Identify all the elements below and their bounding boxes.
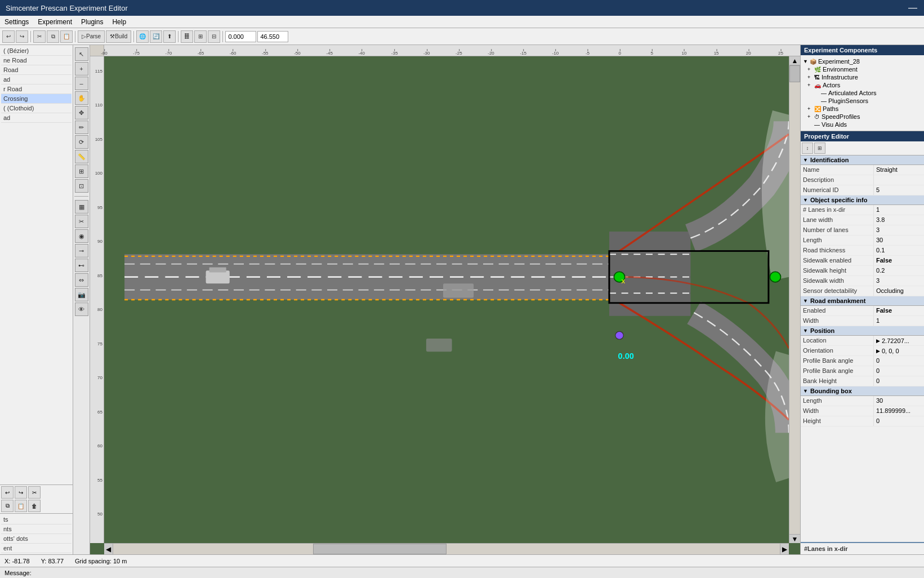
sidebar-ad[interactable]: ad [1, 75, 72, 85]
svg-rect-9 [609, 232, 690, 316]
tool-road-edit[interactable]: ▦ [75, 200, 88, 214]
svg-rect-8 [209, 267, 226, 272]
tool-grid[interactable]: ⊞ [75, 164, 88, 178]
tool-split[interactable]: ⊸ [75, 244, 88, 257]
prop-sidewalk-width: Sidewalk width 3 [801, 276, 924, 286]
sidebar-bottom-4[interactable]: ent [1, 544, 72, 553]
title-text: Simcenter Prescan Experiment Editor [6, 4, 128, 12]
toolbar-refresh[interactable]: 🔄 [150, 30, 162, 43]
sidebar-bezier[interactable]: ( (Bézier) [1, 46, 72, 56]
tree-infrastructure[interactable]: + 🏗 Infrastructure [801, 73, 924, 81]
left-icon-bar: ↖ + – ✋ ✥ ✏ ⟳ 📏 ⊞ ⊡ ▦ ✂ ◉ ⊸ ⊷ ⇔ 📷 👁 [73, 45, 90, 554]
tool-zoom-in[interactable]: + [75, 62, 88, 75]
sidebar-tool-4[interactable]: ⧉ [1, 500, 14, 512]
expand-icon: ▼ [803, 59, 810, 64]
tool-node[interactable]: ◉ [75, 229, 88, 243]
tree-actors[interactable]: + 🚗 Actors [801, 81, 924, 89]
tool-join[interactable]: ⊷ [75, 259, 88, 272]
sidebar-tool-1[interactable]: ↩ [1, 486, 14, 499]
toolbar-paste[interactable]: 📋 [60, 30, 73, 43]
sidebar-tool-6[interactable]: 🗑 [28, 500, 41, 512]
sep2 [75, 31, 75, 42]
menu-settings[interactable]: Settings [0, 17, 33, 27]
coord-y: 46.550 [257, 31, 288, 42]
tool-camera[interactable]: 📷 [75, 288, 88, 301]
tool-pencil[interactable]: ✏ [75, 121, 88, 134]
map-canvas[interactable]: x 0.00 [104, 56, 789, 543]
sidebar-r-road[interactable]: r Road [1, 85, 72, 94]
svg-point-16 [615, 331, 623, 339]
sidebar-tool-2[interactable]: ↪ [15, 486, 27, 499]
tree-plugin-sensors[interactable]: — PluginSensors [801, 97, 924, 105]
scrollbar-bottom[interactable]: ◀ ▶ [104, 543, 789, 554]
tool-rotate[interactable]: ⟳ [75, 135, 88, 149]
sidebar-clothoid-road[interactable]: ad [1, 113, 72, 123]
prop-expand-btn[interactable]: ⊞ [814, 143, 825, 154]
sidebar-crossing[interactable]: Crossing [1, 94, 72, 104]
sidebar-clothoid[interactable]: ( (Clothoid) [1, 104, 72, 113]
section-road-embankment[interactable]: ▼ Road embankment [801, 296, 924, 306]
prop-description: Description [801, 175, 924, 185]
sidebar-lane-road[interactable]: ne Road [1, 56, 72, 65]
sidebar-bottom-3[interactable]: otts' dots [1, 534, 72, 544]
menu-experiment[interactable]: Experiment [33, 17, 77, 27]
svg-point-14 [614, 272, 624, 282]
toolbar-parse[interactable]: ▷ Parse [78, 30, 105, 43]
sidebar-bottom-2[interactable]: nts [1, 524, 72, 534]
sidebar-tool-3[interactable]: ✂ [28, 486, 41, 499]
tree-speedprofiles[interactable]: + ⏱ SpeedProfiles [801, 113, 924, 121]
tool-snap[interactable]: ⊡ [75, 179, 88, 193]
sep3 [133, 31, 134, 42]
tree-articulated-actors[interactable]: — Articulated Actors [801, 89, 924, 97]
prop-sort-btn[interactable]: ↕ [802, 143, 813, 154]
tool-move[interactable]: ✥ [75, 106, 88, 119]
prop-bb-width: Width 11.899999... [801, 406, 924, 416]
prop-sidewalk-height: Sidewalk height 0.2 [801, 266, 924, 276]
sep5 [222, 31, 223, 42]
section-identification[interactable]: ▼ Identification [801, 155, 924, 165]
toolbar-road3[interactable]: ⊟ [208, 30, 220, 43]
section-object-info[interactable]: ▼ Object specific info [801, 195, 924, 205]
close-button[interactable]: — [907, 2, 918, 14]
section-bounding-box[interactable]: ▼ Bounding box [801, 386, 924, 396]
tree-visu-aids[interactable]: — Visu Aids [801, 121, 924, 128]
section-position[interactable]: ▼ Position [801, 326, 924, 336]
left-sidebar: ( (Bézier) ne Road Road ad r Road Crossi… [0, 45, 73, 554]
tool-zoom-out[interactable]: – [75, 77, 88, 90]
toolbar-redo[interactable]: ↪ [16, 30, 28, 43]
sidebar-tool-5[interactable]: 📋 [15, 500, 27, 512]
toolbar-undo[interactable]: ↩ [2, 30, 15, 43]
toolbar-road1[interactable]: 🛤 [181, 30, 193, 43]
tool-eye[interactable]: 👁 [75, 303, 88, 316]
toolbar: ↩ ↪ ✂ ⧉ 📋 ▷ Parse ⚒ Build 🌐 🔄 ⬆ 🛤 ⊞ ⊟ 0.… [0, 28, 924, 45]
tool-cut[interactable]: ✂ [75, 215, 88, 228]
toolbar-build[interactable]: ⚒ Build [106, 30, 131, 43]
scrollbar-right[interactable]: ▲ ▼ [789, 56, 800, 543]
menu-plugins[interactable]: Plugins [77, 17, 108, 27]
sidebar-bottom-1[interactable]: ts [1, 515, 72, 524]
tool-measure[interactable]: 📏 [75, 150, 88, 163]
sep4 [178, 31, 178, 42]
toolbar-copy[interactable]: ⧉ [47, 30, 59, 43]
prop-bb-height: Height 0 [801, 416, 924, 426]
menu-help[interactable]: Help [108, 17, 131, 27]
tool-pan[interactable]: ✋ [75, 91, 88, 105]
tree-paths[interactable]: + 🔀 Paths [801, 105, 924, 113]
tree-environment[interactable]: + 🌿 Environment [801, 65, 924, 73]
toolbar-road2[interactable]: ⊞ [194, 30, 207, 43]
status-y: Y: 83.77 [41, 558, 64, 564]
prop-bottom-label: #Lanes in x-dir [804, 545, 848, 552]
canvas-area[interactable]: -80 -75 -70 -65 -60 -55 -50 -45 -40 -35 … [90, 45, 800, 554]
main-layout: ( (Bézier) ne Road Road ad r Road Crossi… [0, 45, 924, 554]
ruler-top: -80 -75 -70 -65 -60 -55 -50 -45 -40 -35 … [90, 45, 800, 56]
status-grid: Grid spacing: 10 m [75, 558, 127, 564]
tool-select[interactable]: ↖ [75, 47, 88, 61]
toolbar-cut[interactable]: ✂ [33, 30, 46, 43]
exp-tree: ▼ 📦 Experiment_28 + 🌿 Environment + 🏗 In… [801, 55, 924, 131]
toolbar-export[interactable]: ⬆ [163, 30, 176, 43]
tree-experiment28[interactable]: ▼ 📦 Experiment_28 [801, 57, 924, 65]
tool-mirror[interactable]: ⇔ [75, 273, 88, 287]
ruler-left: 115 110 105 100 95 90 85 80 75 70 65 60 … [90, 56, 104, 543]
sidebar-road[interactable]: Road [1, 65, 72, 75]
toolbar-globe[interactable]: 🌐 [136, 30, 149, 43]
